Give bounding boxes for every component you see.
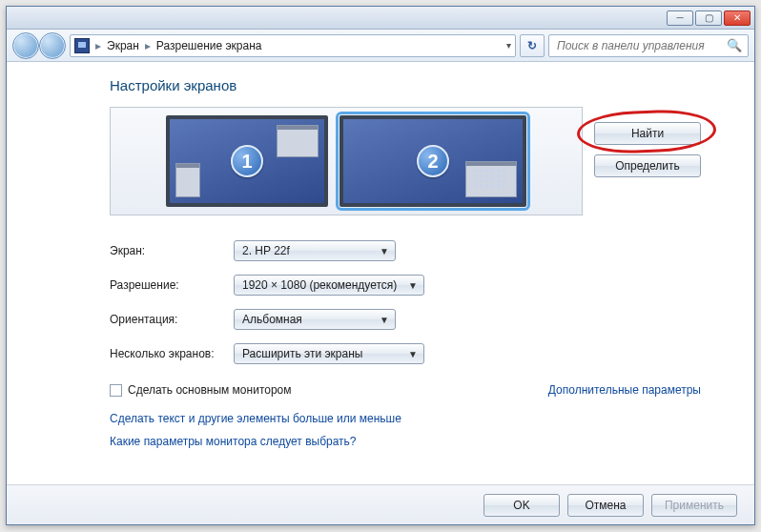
multi-displays-select[interactable]: Расширить эти экраны ▼ [234,343,424,364]
minimize-button[interactable]: ─ [667,10,693,26]
resolution-select[interactable]: 1920 × 1080 (рекомендуется) ▼ [234,275,424,296]
display-label: Экран: [110,244,234,257]
help-links: Сделать текст и другие элементы больше и… [110,412,701,448]
breadcrumb-item-screen[interactable]: Экран [107,39,139,52]
forward-button[interactable] [39,32,66,59]
text-size-link[interactable]: Сделать текст и другие элементы больше и… [110,412,701,425]
mini-window-icon [175,163,200,197]
orientation-label: Ориентация: [110,313,234,326]
close-button[interactable]: ✕ [724,10,751,26]
make-primary-checkbox[interactable] [110,384,122,397]
breadcrumb-dropdown-icon[interactable]: ▾ [506,40,511,51]
detect-button[interactable]: Найти [594,122,701,145]
breadcrumb-item-resolution[interactable]: Разрешение экрана [156,39,262,52]
display-select[interactable]: 2. HP 22f ▼ [234,240,396,261]
search-icon[interactable]: 🔍 [727,38,742,52]
address-bar: ▸ Экран ▸ Разрешение экрана ▾ ↻ 🔍 [7,30,754,62]
breadcrumb-bar[interactable]: ▸ Экран ▸ Разрешение экрана ▾ [70,34,516,57]
monitor-1[interactable]: 1 [166,115,328,207]
monitor-preview-box: 1 2 [110,107,583,215]
refresh-button[interactable]: ↻ [520,34,545,57]
resolution-label: Разрешение: [110,278,234,292]
dialog-footer: OK Отмена Применить [7,484,754,524]
chevron-down-icon: ▼ [380,315,389,325]
titlebar: ─ ▢ ✕ [7,7,754,30]
nav-buttons [12,32,66,59]
multi-displays-value: Расширить эти экраны [242,347,404,360]
which-settings-link[interactable]: Какие параметры монитора следует выбрать… [110,435,701,448]
monitor-badge-1: 1 [231,145,263,177]
maximize-button[interactable]: ▢ [695,10,722,26]
mini-window-icon [465,161,517,197]
mini-window-icon [277,125,319,157]
back-button[interactable] [12,32,39,59]
primary-and-advanced-row: Сделать основным монитором Дополнительны… [110,383,701,397]
cancel-button[interactable]: Отмена [567,494,644,517]
chevron-down-icon: ▼ [408,349,418,359]
monitor-2[interactable]: 2 [339,115,526,207]
apply-button[interactable]: Применить [651,494,737,517]
display-select-value: 2. HP 22f [242,244,376,257]
content-area: Настройки экранов 1 2 [7,62,754,484]
advanced-settings-link[interactable]: Дополнительные параметры [548,383,701,397]
multi-displays-label: Несколько экранов: [110,347,234,360]
resolution-select-value: 1920 × 1080 (рекомендуется) [242,278,404,292]
search-input[interactable] [555,38,721,53]
settings-form: Экран: 2. HP 22f ▼ Разрешение: 1920 × 10… [110,240,701,364]
orientation-select[interactable]: Альбомная ▼ [234,309,396,330]
identify-button[interactable]: Определить [594,154,701,177]
make-primary-label: Сделать основным монитором [128,383,292,397]
breadcrumb-sep-icon: ▸ [145,39,151,52]
page-title: Настройки экранов [110,77,701,93]
window-frame: ─ ▢ ✕ ▸ Экран ▸ Разрешение экрана ▾ ↻ 🔍 [6,6,755,525]
preview-button-column: Найти Определить [594,107,701,215]
refresh-icon: ↻ [527,39,537,52]
breadcrumb-sep-icon: ▸ [95,39,101,52]
preview-row: 1 2 Найти [110,107,701,215]
orientation-select-value: Альбомная [242,313,376,326]
chevron-down-icon: ▼ [380,246,389,256]
display-icon [74,38,90,53]
ok-button[interactable]: OK [483,494,560,517]
chevron-down-icon: ▼ [408,280,418,291]
search-box[interactable]: 🔍 [548,34,749,57]
monitor-badge-2: 2 [417,145,449,177]
